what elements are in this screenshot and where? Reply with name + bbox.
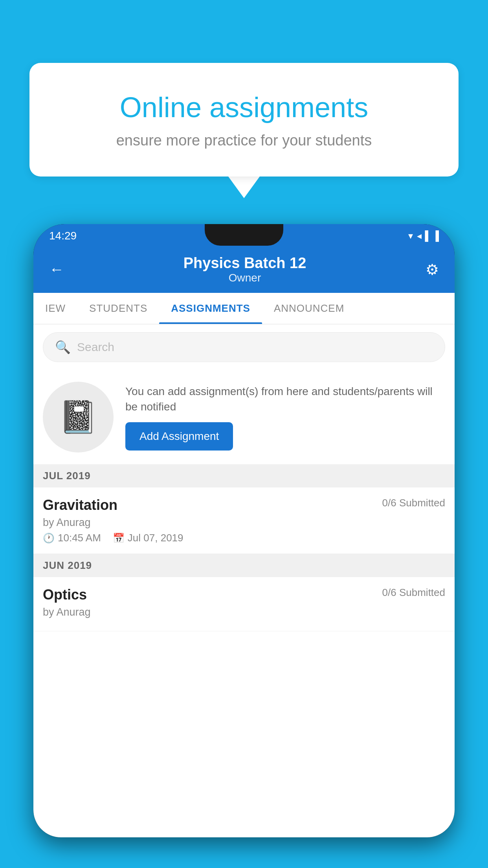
tab-announcements[interactable]: ANNOUNCEM: [262, 293, 356, 324]
assignment-item-optics[interactable]: Optics 0/6 Submitted by Anurag: [33, 577, 455, 631]
header-subtitle: Owner: [64, 272, 426, 284]
assignment-name-optics: Optics: [43, 587, 87, 603]
assignment-time-gravitation: 🕐 10:45 AM: [43, 532, 101, 544]
tab-students[interactable]: STUDENTS: [77, 293, 159, 324]
status-time: 14:29: [49, 230, 77, 242]
back-button[interactable]: ←: [49, 261, 64, 278]
wifi-icon: ▾: [408, 230, 413, 241]
assignment-author-gravitation: by Anurag: [43, 517, 445, 529]
phone-notch: [205, 224, 283, 246]
assignment-name-gravitation: Gravitation: [43, 497, 117, 513]
assignment-row-top: Gravitation 0/6 Submitted: [43, 497, 445, 513]
header-center: Physics Batch 12 Owner: [64, 255, 426, 284]
assignment-meta-gravitation: 🕐 10:45 AM 📅 Jul 07, 2019: [43, 532, 445, 544]
status-icons: ▾ ◂▐ ▐: [408, 230, 439, 241]
clock-icon: 🕐: [43, 533, 55, 544]
search-bar[interactable]: 🔍 Search: [43, 332, 445, 362]
assignment-submitted-gravitation: 0/6 Submitted: [382, 497, 445, 509]
add-assignment-button[interactable]: Add Assignment: [125, 422, 233, 451]
speech-bubble-arrow: [228, 177, 260, 198]
promo-icon-circle: 📓: [43, 382, 114, 452]
section-header-jun: JUN 2019: [33, 554, 455, 577]
search-icon: 🔍: [55, 340, 71, 355]
app-header: ← Physics Batch 12 Owner ⚙: [33, 248, 455, 293]
search-placeholder: Search: [77, 340, 114, 354]
promo-description: You can add assignment(s) from here and …: [125, 384, 445, 414]
promo-text-area: You can add assignment(s) from here and …: [125, 384, 445, 451]
gear-icon[interactable]: ⚙: [426, 261, 439, 278]
speech-bubble-container: Online assignments ensure more practice …: [29, 63, 459, 198]
assignment-author-optics: by Anurag: [43, 606, 445, 618]
section-header-jul: JUL 2019: [33, 464, 455, 487]
speech-bubble-title: Online assignments: [61, 90, 427, 124]
tab-iew[interactable]: IEW: [33, 293, 77, 324]
assignment-date-gravitation: 📅 Jul 07, 2019: [113, 532, 183, 544]
battery-icon: ▐: [432, 230, 439, 241]
assignment-item-gravitation[interactable]: Gravitation 0/6 Submitted by Anurag 🕐 10…: [33, 487, 455, 554]
tab-assignments[interactable]: ASSIGNMENTS: [159, 293, 262, 324]
signal-icon: ◂▐: [417, 230, 428, 241]
calendar-icon: 📅: [113, 533, 125, 544]
assignment-row-top-optics: Optics 0/6 Submitted: [43, 587, 445, 603]
assignment-submitted-optics: 0/6 Submitted: [382, 587, 445, 599]
speech-bubble-subtitle: ensure more practice for your students: [61, 132, 427, 149]
tab-bar: IEW STUDENTS ASSIGNMENTS ANNOUNCEM: [33, 293, 455, 324]
phone-frame: 14:29 ▾ ◂▐ ▐ ← Physics Batch 12 Owner ⚙ …: [33, 224, 455, 837]
notebook-icon: 📓: [59, 399, 98, 436]
screen-content: 🔍 Search 📓 You can add assignment(s) fro…: [33, 324, 455, 837]
header-title: Physics Batch 12: [64, 255, 426, 272]
phone-container: 14:29 ▾ ◂▐ ▐ ← Physics Batch 12 Owner ⚙ …: [33, 224, 455, 868]
speech-bubble: Online assignments ensure more practice …: [29, 63, 459, 177]
promo-section: 📓 You can add assignment(s) from here an…: [33, 370, 455, 464]
